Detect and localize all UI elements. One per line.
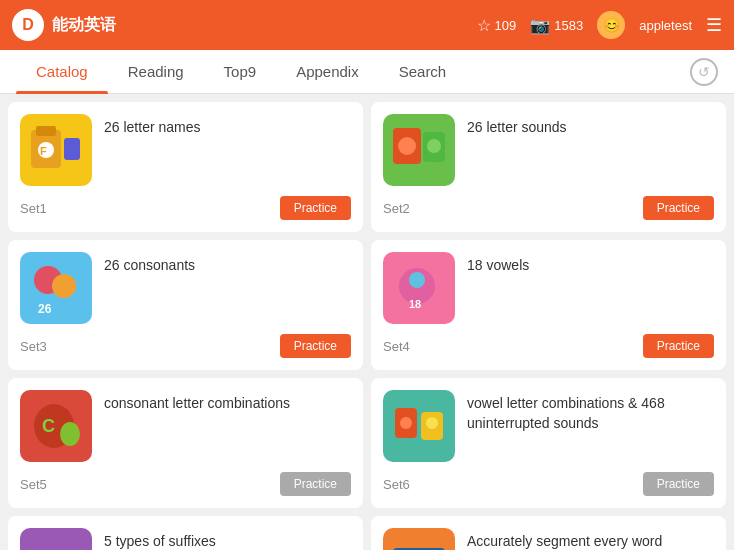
card-title-set6: vowel letter combinations & 468 uninterr… — [467, 394, 714, 433]
tab-catalog[interactable]: Catalog — [16, 50, 108, 94]
card-top: F 26 letter names — [20, 114, 351, 188]
svg-point-17 — [60, 422, 80, 446]
card-title-set3: 26 consonants — [104, 256, 195, 276]
card-title-set4: 18 vowels — [467, 256, 529, 276]
header-left: D 能动英语 — [12, 9, 116, 41]
svg-point-8 — [427, 139, 441, 153]
tab-top9[interactable]: Top9 — [204, 50, 277, 94]
card-title-set5: consonant letter combinations — [104, 394, 290, 414]
back-button[interactable]: ↺ — [690, 58, 718, 86]
svg-point-21 — [426, 417, 438, 429]
card-set-label-set3: Set3 — [20, 339, 47, 354]
card-top: 26 26 consonants — [20, 252, 351, 326]
card-thumb-set3: 26 — [20, 252, 92, 324]
card-set3: 26 26 consonants Set3 Practice — [8, 240, 363, 370]
star-icon: ☆ — [477, 16, 491, 35]
card-title-set8: Accurately segment every word — [467, 532, 662, 550]
practice-button-set3[interactable]: Practice — [280, 334, 351, 358]
star-stat: ☆ 109 — [477, 16, 517, 35]
card-thumb-set8: and — [383, 528, 455, 550]
svg-point-6 — [398, 137, 416, 155]
star-count: 109 — [495, 18, 517, 33]
coin-count: 1583 — [554, 18, 583, 33]
svg-point-10 — [52, 274, 76, 298]
card-bottom-set5: Set5 Practice — [20, 472, 351, 496]
card-set1: F 26 letter names Set1 Practice — [8, 102, 363, 232]
card-thumb-set7: A n y — [20, 528, 92, 550]
logo-text: 能动英语 — [52, 15, 116, 36]
tab-appendix[interactable]: Appendix — [276, 50, 379, 94]
svg-rect-1 — [36, 126, 56, 136]
card-set8: and Accurately segment every word Set8 P… — [371, 516, 726, 550]
practice-button-set6[interactable]: Practice — [643, 472, 714, 496]
svg-point-20 — [400, 417, 412, 429]
card-top: 18 18 vowels — [383, 252, 714, 326]
nav-tabs: Catalog Reading Top9 Appendix Search ↺ — [0, 50, 734, 94]
svg-point-13 — [409, 272, 425, 288]
card-set5: C consonant letter combinations Set5 Pra… — [8, 378, 363, 508]
card-thumb-set5: C — [20, 390, 92, 462]
card-set-label-set5: Set5 — [20, 477, 47, 492]
card-thumb-set6 — [383, 390, 455, 462]
card-top: and Accurately segment every word — [383, 528, 714, 550]
card-bottom-set4: Set4 Practice — [383, 334, 714, 358]
card-set-label-set1: Set1 — [20, 201, 47, 216]
card-thumb-set4: 18 — [383, 252, 455, 324]
card-set-label-set4: Set4 — [383, 339, 410, 354]
card-bottom-set1: Set1 Practice — [20, 196, 351, 220]
username: appletest — [639, 18, 692, 33]
card-top: C consonant letter combinations — [20, 390, 351, 464]
card-grid: F 26 letter names Set1 Practice — [8, 102, 726, 550]
card-thumb-set1: F — [20, 114, 92, 186]
card-top: A n y 5 types of suffixes — [20, 528, 351, 550]
card-title-set2: 26 letter sounds — [467, 118, 567, 138]
practice-button-set1[interactable]: Practice — [280, 196, 351, 220]
logo-icon: D — [12, 9, 44, 41]
svg-text:26: 26 — [38, 302, 52, 316]
card-set7: A n y 5 types of suffixes Set7 Practice — [8, 516, 363, 550]
avatar[interactable]: 😊 — [597, 11, 625, 39]
card-set4: 18 18 vowels Set4 Practice — [371, 240, 726, 370]
practice-button-set2[interactable]: Practice — [643, 196, 714, 220]
card-top: vowel letter combinations & 468 uninterr… — [383, 390, 714, 464]
card-set2: 26 letter sounds Set2 Practice — [371, 102, 726, 232]
card-title-set1: 26 letter names — [104, 118, 201, 138]
menu-icon[interactable]: ☰ — [706, 14, 722, 36]
card-bottom-set3: Set3 Practice — [20, 334, 351, 358]
practice-button-set5[interactable]: Practice — [280, 472, 351, 496]
svg-text:F: F — [40, 145, 47, 157]
card-title-set7: 5 types of suffixes — [104, 532, 216, 550]
tab-reading[interactable]: Reading — [108, 50, 204, 94]
card-set-label-set2: Set2 — [383, 201, 410, 216]
card-top: 26 letter sounds — [383, 114, 714, 188]
header-right: ☆ 109 📷 1583 😊 appletest ☰ — [477, 11, 722, 39]
tab-search[interactable]: Search — [379, 50, 467, 94]
card-thumb-set2 — [383, 114, 455, 186]
card-set6: vowel letter combinations & 468 uninterr… — [371, 378, 726, 508]
practice-button-set4[interactable]: Practice — [643, 334, 714, 358]
content-area: F 26 letter names Set1 Practice — [0, 94, 734, 550]
card-bottom-set6: Set6 Practice — [383, 472, 714, 496]
coin-stat: 📷 1583 — [530, 16, 583, 35]
card-bottom-set2: Set2 Practice — [383, 196, 714, 220]
svg-rect-4 — [64, 138, 80, 160]
svg-text:18: 18 — [409, 298, 421, 310]
coin-icon: 📷 — [530, 16, 550, 35]
card-set-label-set6: Set6 — [383, 477, 410, 492]
svg-text:C: C — [42, 416, 55, 436]
app-header: D 能动英语 ☆ 109 📷 1583 😊 appletest ☰ — [0, 0, 734, 50]
